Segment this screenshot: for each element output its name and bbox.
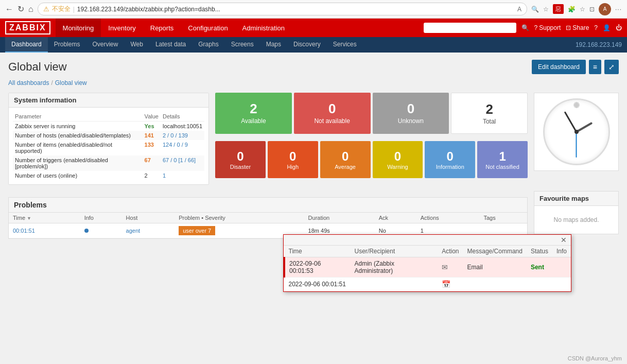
popup-action-1: ✉ bbox=[438, 257, 463, 278]
sysinfo-detail-3: 124 / 0 / 9 bbox=[161, 140, 204, 155]
subnav-latest-data[interactable]: Latest data bbox=[149, 37, 192, 53]
font-icon[interactable]: A bbox=[517, 6, 521, 13]
hosts-total-count: 2 bbox=[456, 101, 523, 117]
popup-user-1: Admin (Zabbix Administrator) bbox=[351, 257, 438, 278]
watermark: CSDN @Aurora_yhm bbox=[568, 355, 622, 361]
logout-button[interactable]: ⏻ bbox=[616, 24, 622, 31]
popup-col-time: Time bbox=[285, 246, 351, 257]
share-icon: ⊡ bbox=[566, 24, 571, 31]
problems-header: Problems bbox=[9, 198, 527, 213]
prob-disaster-tile[interactable]: 0 Disaster bbox=[215, 141, 266, 178]
popup-status-2 bbox=[527, 278, 552, 291]
prob-col-tags: Tags bbox=[479, 213, 527, 223]
prob-average-tile[interactable]: 0 Average bbox=[320, 141, 371, 178]
popup-row-1: 2022-09-06 00:01:53 Admin (Zabbix Admini… bbox=[285, 257, 571, 278]
hosts-unavailable-label: Not available bbox=[314, 117, 350, 125]
star-icon[interactable]: ☆ bbox=[543, 6, 549, 13]
subnav-discovery[interactable]: Discovery bbox=[287, 37, 327, 53]
hosts-unknown-count: 0 bbox=[377, 101, 445, 117]
breadcrumb-global-view[interactable]: Global view bbox=[55, 79, 87, 86]
support-button[interactable]: ? Support bbox=[534, 24, 561, 31]
sysinfo-val-3: 133 bbox=[143, 140, 161, 155]
nav-configuration[interactable]: Configuration bbox=[181, 19, 235, 37]
sysinfo-param-3: Number of items (enabled/disabled/not su… bbox=[13, 140, 143, 155]
hosts-total-tile[interactable]: 2 Total bbox=[451, 93, 528, 134]
dashboard-fullscreen-button[interactable]: ⤢ bbox=[604, 60, 619, 74]
sysinfo-row-4: Number of triggers (enabled/disabled [pr… bbox=[13, 155, 204, 171]
hosts-status-grid: 2 Available 0 Not available 0 Unknown 2 … bbox=[215, 93, 528, 134]
home-button[interactable]: ⌂ bbox=[28, 5, 33, 14]
popup-col-info: Info bbox=[552, 246, 571, 257]
subnav-web[interactable]: Web bbox=[124, 37, 149, 53]
right-panel bbox=[534, 93, 619, 185]
dashboard-list-button[interactable]: ≡ bbox=[589, 60, 601, 74]
edit-dashboard-button[interactable]: Edit dashboard bbox=[532, 60, 586, 74]
subnav-dashboard[interactable]: Dashboard bbox=[5, 37, 48, 53]
profile-button[interactable]: 👤 bbox=[603, 24, 611, 31]
prob-time-link[interactable]: 00:01:51 bbox=[13, 228, 35, 234]
prob-col-info: Info bbox=[80, 213, 122, 223]
url-bar[interactable]: ⚠ 不安全 | 192.168.223.149/zabbix/zabbix.ph… bbox=[38, 3, 527, 15]
hosts-unknown-label: Unknown bbox=[398, 117, 424, 125]
page-header-right: Edit dashboard ≡ ⤢ bbox=[532, 60, 619, 74]
popup-col-user: User/Recipient bbox=[351, 246, 438, 257]
problems-status-grid: 0 Disaster 0 High 0 Average 0 Warning bbox=[215, 141, 528, 178]
help-button[interactable]: ? bbox=[594, 24, 598, 31]
prob-high-tile[interactable]: 0 High bbox=[268, 141, 318, 178]
subnav-overview[interactable]: Overview bbox=[86, 37, 124, 53]
extensions-icon[interactable]: 🧩 bbox=[568, 6, 576, 13]
prob-warning-tile[interactable]: 0 Warning bbox=[373, 141, 423, 178]
sysinfo-param-2: Number of hosts (enabled/disabled/templa… bbox=[13, 131, 143, 140]
prob-notclassified-tile[interactable]: 1 Not classified bbox=[477, 141, 528, 178]
browser-bar: ← ↻ ⌂ ⚠ 不安全 | 192.168.223.149/zabbix/zab… bbox=[0, 0, 627, 19]
popup-col-message: Message/Command bbox=[463, 246, 527, 257]
search-icon[interactable]: 🔍 bbox=[531, 6, 539, 13]
breadcrumb-all-dashboards[interactable]: All dashboards bbox=[8, 79, 49, 86]
popup-action-2: 📅 bbox=[438, 278, 463, 291]
prob-warning-label: Warning bbox=[387, 164, 408, 170]
breadcrumb: All dashboards / Global view bbox=[8, 79, 619, 86]
user-avatar[interactable]: A bbox=[599, 3, 611, 15]
hosts-unavailable-tile[interactable]: 0 Not available bbox=[294, 93, 371, 134]
sub-nav: Dashboard Problems Overview Web Latest d… bbox=[0, 37, 627, 53]
global-search-input[interactable] bbox=[424, 23, 516, 33]
nav-inventory[interactable]: Inventory bbox=[101, 19, 143, 37]
bookmark-icon[interactable]: ☆ bbox=[580, 6, 585, 13]
share-button[interactable]: ⊡ Share bbox=[566, 24, 589, 31]
system-info-body: Parameter Value Details Zabbix server is… bbox=[9, 108, 208, 184]
col-parameter: Parameter bbox=[13, 112, 143, 122]
subnav-problems[interactable]: Problems bbox=[48, 37, 86, 53]
hosts-unavailable-count: 0 bbox=[298, 101, 367, 117]
back-button[interactable]: ← bbox=[5, 5, 13, 14]
refresh-button[interactable]: ↻ bbox=[18, 4, 24, 14]
more-menu-button[interactable]: ··· bbox=[615, 6, 622, 13]
popup-close-button[interactable]: ✕ bbox=[559, 236, 569, 244]
nav-reports[interactable]: Reports bbox=[143, 19, 181, 37]
popup-table: Time User/Recipient Action Message/Comma… bbox=[284, 246, 571, 291]
url-text: 192.168.223.149/zabbix/zabbix.php?action… bbox=[77, 6, 220, 13]
subnav-screens[interactable]: Screens bbox=[225, 37, 260, 53]
prob-info-tile[interactable]: 0 Information bbox=[425, 141, 475, 178]
email-icon: ✉ bbox=[442, 263, 448, 271]
prob-time: 00:01:51 bbox=[9, 223, 80, 238]
prob-col-time: Time ▼ bbox=[9, 213, 80, 223]
sysinfo-param-1: Zabbix server is running bbox=[13, 122, 143, 131]
prob-high-label: High bbox=[287, 164, 299, 170]
nav-administration[interactable]: Administration bbox=[235, 19, 292, 37]
subnav-graphs[interactable]: Graphs bbox=[192, 37, 224, 53]
hosts-unknown-tile[interactable]: 0 Unknown bbox=[373, 93, 449, 134]
prob-info-cell bbox=[80, 223, 122, 238]
subnav-maps[interactable]: Maps bbox=[260, 37, 287, 53]
tab-icon[interactable]: ⊡ bbox=[589, 6, 595, 13]
subnav-services[interactable]: Services bbox=[327, 37, 363, 53]
prob-info-count: 0 bbox=[427, 149, 473, 164]
problems-widget: Problems Time ▼ Info Host Problem • Seve… bbox=[8, 197, 528, 239]
prob-average-count: 0 bbox=[322, 149, 369, 164]
prob-col-duration: Duration bbox=[304, 213, 375, 223]
prob-host-link[interactable]: agent bbox=[126, 228, 141, 234]
hosts-available-tile[interactable]: 2 Available bbox=[215, 93, 292, 134]
favourite-maps-empty: No maps added. bbox=[534, 206, 618, 234]
system-info-widget: System information Parameter Value Detai… bbox=[8, 93, 209, 185]
nav-monitoring[interactable]: Monitoring bbox=[56, 19, 101, 37]
search-submit-icon[interactable]: 🔍 bbox=[521, 24, 529, 31]
